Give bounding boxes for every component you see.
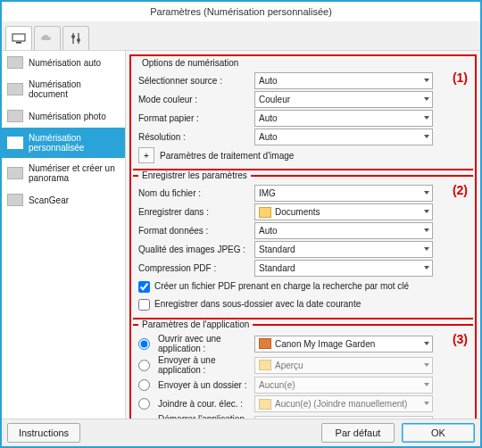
- send-to-folder-label: Envoyer à un dossier :: [158, 380, 247, 390]
- app-settings-legend: Paramètres de l'application: [138, 319, 253, 329]
- scan-options-legend: Options de numérisation: [138, 58, 242, 68]
- open-with-app-radio[interactable]: [138, 338, 150, 350]
- searchable-pdf-checkbox[interactable]: [138, 281, 150, 293]
- tab-source-computer[interactable]: [5, 26, 32, 50]
- data-format-select[interactable]: Auto: [254, 222, 433, 239]
- attach-email-label: Joindre à cour. élec. :: [158, 399, 243, 409]
- data-format-label: Format données :: [138, 226, 254, 236]
- scan-options-group: Options de numérisation (1) Sélectionner…: [133, 58, 473, 170]
- sidebar-item-label: ScanGear: [29, 195, 69, 205]
- svg-point-5: [77, 38, 80, 42]
- paper-format-label: Format papier :: [138, 113, 254, 123]
- annotation-2: (2): [453, 183, 468, 197]
- app-icon: [259, 338, 271, 349]
- app-settings-group: Paramètres de l'application (3) Ouvrir a…: [133, 319, 473, 419]
- sidebar-item-photo[interactable]: Numérisation photo: [2, 104, 125, 128]
- start-ocr-label: Démarrer l'application OCR :: [158, 414, 254, 419]
- sidebar-item-auto[interactable]: Numérisation auto: [2, 51, 125, 74]
- folder-icon: [259, 399, 271, 410]
- sidebar-item-panorama[interactable]: Numériser et créer un panorama: [2, 158, 125, 188]
- send-to-app-radio[interactable]: [138, 360, 150, 371]
- sidebar-item-custom[interactable]: Numérisation personnalisée: [2, 128, 125, 158]
- svg-rect-1: [16, 42, 21, 44]
- sidebar-item-label: Numériser et créer un panorama: [29, 163, 120, 183]
- image-settings-label: Paramètres de traitement d'image: [160, 151, 294, 161]
- sidebar-item-document[interactable]: Numérisation document: [2, 74, 125, 104]
- jpeg-quality-select[interactable]: Standard: [254, 241, 433, 258]
- custom-scan-icon: [7, 137, 23, 149]
- svg-point-4: [71, 35, 75, 38]
- color-mode-label: Mode couleur :: [138, 95, 254, 104]
- attach-email-select[interactable]: Aucun(e) (Joindre manuellement): [254, 395, 433, 412]
- resolution-label: Résolution :: [138, 132, 254, 142]
- start-ocr-select[interactable]: Sortie au format texte: [254, 416, 433, 419]
- sidebar-item-label: Numérisation photo: [29, 112, 106, 121]
- annotation-1: (1): [453, 71, 468, 85]
- send-to-folder-select[interactable]: Aucun(e): [254, 377, 433, 394]
- subfolder-date-checkbox-label[interactable]: Enregistrer dans sous-dossier avec la da…: [138, 299, 361, 311]
- tab-source-cloud[interactable]: [34, 26, 61, 50]
- window-title: Paramètres (Numérisation personnalisée): [2, 2, 480, 21]
- scangear-icon: [7, 194, 23, 206]
- sidebar-item-label: Numérisation auto: [29, 58, 101, 68]
- open-with-app-label: Ouvrir avec une application :: [158, 334, 254, 353]
- svg-rect-0: [12, 34, 25, 41]
- topbar: [2, 21, 480, 51]
- cloud-icon: [40, 33, 54, 44]
- footer: Instructions Par défaut OK: [2, 419, 480, 446]
- send-to-app-label: Envoyer à une application :: [158, 355, 254, 375]
- panorama-scan-icon: [7, 167, 23, 179]
- auto-scan-icon: [7, 56, 23, 69]
- sidebar-item-label: Numérisation document: [29, 79, 120, 99]
- computer-icon: [12, 33, 26, 44]
- expand-image-settings-button[interactable]: +: [138, 147, 154, 163]
- filename-input[interactable]: IMG: [254, 185, 433, 202]
- jpeg-quality-label: Qualité des images JPEG :: [138, 245, 254, 254]
- start-ocr-radio[interactable]: [138, 419, 150, 419]
- annotation-3: (3): [453, 332, 468, 346]
- defaults-button[interactable]: Par défaut: [321, 423, 395, 443]
- save-in-select[interactable]: Documents: [254, 203, 433, 220]
- color-mode-select[interactable]: Couleur: [254, 91, 433, 108]
- document-scan-icon: [7, 83, 23, 95]
- sliders-icon: [69, 32, 83, 45]
- paper-format-select[interactable]: Auto: [254, 110, 433, 127]
- resolution-select[interactable]: Auto: [254, 129, 433, 145]
- send-to-app-select[interactable]: Aperçu: [254, 357, 433, 374]
- pdf-compression-select[interactable]: Standard: [254, 260, 433, 277]
- folder-icon: [259, 207, 271, 218]
- sidebar: Numérisation auto Numérisation document …: [2, 51, 126, 419]
- sidebar-item-label: Numérisation personnalisée: [29, 133, 120, 153]
- subfolder-date-checkbox[interactable]: [138, 299, 150, 311]
- save-in-label: Enregistrer dans :: [138, 207, 254, 217]
- ok-button[interactable]: OK: [402, 423, 475, 443]
- sidebar-item-scangear[interactable]: ScanGear: [2, 188, 125, 212]
- attach-email-radio[interactable]: [138, 398, 150, 410]
- searchable-pdf-checkbox-label[interactable]: Créer un fichier PDF prenant en charge l…: [138, 281, 409, 293]
- instructions-button[interactable]: Instructions: [7, 423, 80, 443]
- source-label: Sélectionner source :: [138, 76, 254, 86]
- pdf-compression-label: Compression PDF :: [138, 263, 254, 273]
- save-settings-group: Enregistrer les paramètres (2) Nom du fi…: [133, 170, 473, 319]
- photo-scan-icon: [7, 110, 23, 122]
- open-with-app-select[interactable]: Canon My Image Garden: [254, 336, 433, 353]
- send-to-folder-radio[interactable]: [138, 379, 150, 391]
- filename-label: Nom du fichier :: [138, 188, 254, 198]
- tab-tools[interactable]: [62, 26, 89, 50]
- folder-icon: [259, 360, 271, 370]
- source-select[interactable]: Auto: [254, 72, 433, 89]
- save-settings-legend: Enregistrer les paramètres: [138, 170, 251, 180]
